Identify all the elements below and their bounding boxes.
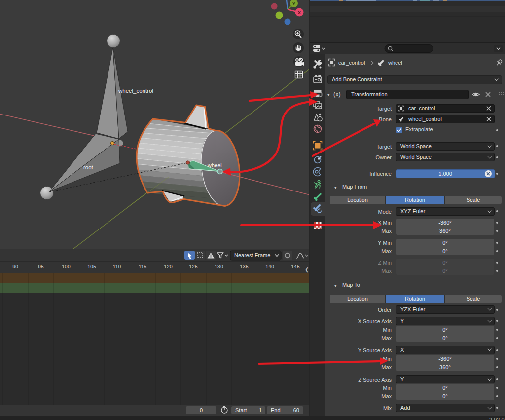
svg-text:Y: Y [292,1,295,6]
svg-text:car_control: car_control [408,105,435,111]
svg-text:End: End [271,407,281,413]
svg-text:wheel: wheel [388,60,402,66]
svg-text:Start: Start [235,407,247,413]
svg-text:wheel: wheel [207,162,222,168]
svg-text:car_control: car_control [338,60,365,66]
svg-text:60: 60 [293,407,299,413]
svg-text:wheel_control: wheel_control [408,116,442,122]
svg-text:Nearest Frame: Nearest Frame [234,252,270,258]
svg-text:X: X [298,10,301,15]
svg-text:wheel_control: wheel_control [118,88,153,94]
svg-text:0: 0 [200,407,203,413]
svg-text:root: root [83,164,94,170]
svg-text:1: 1 [259,407,262,413]
